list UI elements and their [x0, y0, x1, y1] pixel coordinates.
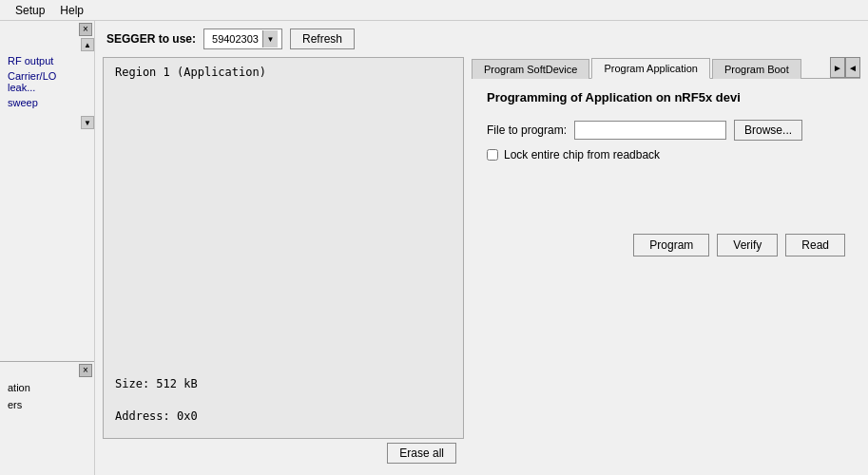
file-label: File to program:: [487, 124, 567, 137]
segger-select-value: 59402303: [208, 33, 262, 45]
sidebar-close-button[interactable]: ×: [79, 23, 92, 36]
sidebar-item-2[interactable]: sweep: [4, 95, 90, 110]
toolbar: SEGGER to use: 59402303 ▼ Refresh: [95, 21, 868, 57]
content-area: SEGGER to use: 59402303 ▼ Refresh Region…: [95, 21, 868, 475]
tabs-row: Program SoftDevice Program Application P…: [472, 57, 860, 79]
erase-all-row: Erase all: [103, 439, 464, 467]
browse-button[interactable]: Browse...: [734, 120, 802, 141]
file-row: File to program: Browse...: [487, 120, 845, 141]
refresh-button[interactable]: Refresh: [290, 28, 355, 49]
left-sidebar: × ▲ RF output Carrier/LO leak... sweep ▼…: [0, 21, 95, 475]
verify-button[interactable]: Verify: [717, 234, 778, 256]
scroll-down-button[interactable]: ▼: [81, 116, 94, 129]
scroll-up-button[interactable]: ▲: [81, 38, 94, 51]
tab-application[interactable]: Program Application: [591, 58, 709, 79]
checkbox-row: Lock entire chip from readback: [487, 148, 845, 162]
lock-checkbox[interactable]: [487, 149, 498, 161]
main-layout: × ▲ RF output Carrier/LO leak... sweep ▼…: [0, 21, 868, 475]
sidebar-bottom-close: ×: [0, 362, 94, 379]
read-button[interactable]: Read: [785, 234, 845, 256]
sidebar-bottom-panel: × ation ers: [0, 361, 94, 475]
memory-address: Address: 0x0: [115, 409, 198, 423]
sidebar-header: ×: [0, 21, 94, 38]
memory-panel: Region 1 (Application) Size: 512 kB Addr…: [103, 57, 464, 439]
memory-region-title: Region 1 (Application): [104, 58, 463, 86]
program-content: Programming of Application on nRF5x devi…: [472, 79, 860, 467]
tab-boot[interactable]: Program Boot: [712, 59, 801, 79]
menu-bar: Setup Help: [0, 0, 868, 21]
action-buttons: Program Verify Read: [487, 177, 845, 256]
sidebar-bottom-item-1[interactable]: ers: [0, 396, 94, 413]
tab-nav-prev[interactable]: ◄: [845, 57, 860, 78]
program-panel: Program SoftDevice Program Application P…: [472, 57, 860, 467]
memory-size: Size: 512 kB: [115, 377, 198, 390]
erase-all-button[interactable]: Erase all: [387, 443, 456, 464]
tab-softdevice[interactable]: Program SoftDevice: [472, 59, 589, 79]
program-button[interactable]: Program: [633, 234, 709, 256]
tab-nav-next[interactable]: ►: [830, 57, 845, 78]
sidebar-item-1[interactable]: Carrier/LO leak...: [4, 68, 90, 95]
sidebar-item-0[interactable]: RF output: [4, 53, 90, 68]
program-title: Programming of Application on nRF5x devi: [487, 90, 845, 104]
memory-panel-wrapper: Region 1 (Application) Size: 512 kB Addr…: [103, 57, 464, 467]
file-input[interactable]: [574, 121, 726, 140]
menu-help[interactable]: Help: [52, 2, 91, 19]
segger-select[interactable]: 59402303 ▼: [203, 28, 282, 49]
sidebar-items: RF output Carrier/LO leak... sweep: [0, 51, 94, 112]
menu-setup[interactable]: Setup: [8, 2, 52, 19]
sidebar-bottom-item-0[interactable]: ation: [0, 379, 94, 396]
segger-label: SEGGER to use:: [106, 32, 196, 46]
sidebar-bottom-close-button[interactable]: ×: [79, 364, 92, 377]
lock-label: Lock entire chip from readback: [504, 148, 660, 162]
panels-row: Region 1 (Application) Size: 512 kB Addr…: [95, 57, 868, 475]
segger-select-arrow[interactable]: ▼: [262, 30, 278, 48]
